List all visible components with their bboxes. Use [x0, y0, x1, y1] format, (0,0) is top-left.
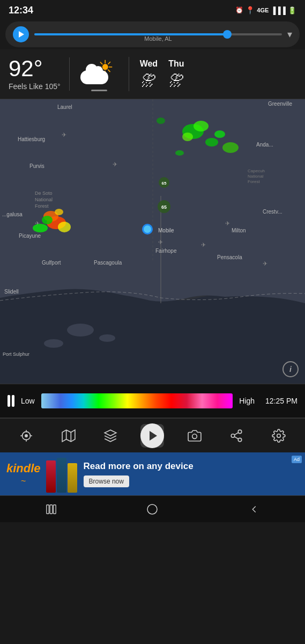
- svg-text:National: National: [35, 197, 53, 202]
- svg-text:Gulfport: Gulfport: [42, 260, 61, 266]
- location-button[interactable]: [14, 424, 38, 448]
- ad-banner[interactable]: kindle ~ Read more on any device Browse …: [0, 452, 305, 495]
- svg-point-51: [144, 225, 151, 233]
- svg-point-75: [147, 504, 157, 514]
- signal-icon: ▐▐▐: [271, 6, 286, 14]
- book-1: [46, 460, 56, 493]
- svg-text:Purvis: Purvis: [29, 163, 44, 169]
- radar-pause-button[interactable]: [8, 395, 14, 407]
- svg-point-28: [222, 142, 239, 153]
- share-button[interactable]: [225, 424, 248, 448]
- camera-button[interactable]: [183, 424, 206, 448]
- svg-point-68: [239, 438, 242, 442]
- svg-rect-73: [50, 504, 53, 514]
- forecast-thu[interactable]: Thu ⛈: [168, 59, 184, 90]
- svg-point-67: [232, 434, 235, 437]
- svg-text:Forest: Forest: [248, 179, 260, 184]
- svg-text:✈: ✈: [113, 161, 117, 167]
- svg-text:Laurel: Laurel: [57, 104, 72, 110]
- map-button[interactable]: [57, 424, 80, 448]
- ad-book-images: [46, 455, 78, 493]
- svg-point-65: [192, 434, 197, 438]
- svg-line-70: [235, 433, 239, 435]
- svg-text:Pensacola: Pensacola: [217, 254, 242, 260]
- settings-button[interactable]: [267, 424, 291, 448]
- location-icon: 📍: [246, 6, 255, 14]
- weather-widget: 92° Feels Like 105° ☀ Wed ⛈ Thu ⛈: [0, 49, 305, 99]
- svg-point-20: [42, 216, 53, 224]
- status-icons: ⏰ 📍 4GE ▐▐▐ 🔋: [235, 6, 296, 14]
- svg-text:Milton: Milton: [232, 228, 246, 233]
- layers-button[interactable]: [99, 424, 122, 448]
- svg-text:Fairhope: Fairhope: [155, 248, 177, 254]
- svg-text:✈: ✈: [263, 260, 267, 267]
- svg-text:National: National: [248, 174, 264, 179]
- svg-text:Slidell: Slidell: [4, 289, 19, 295]
- svg-point-9: [99, 334, 115, 342]
- forecast-wed[interactable]: Wed ⛈: [140, 59, 158, 90]
- media-progress-slider[interactable]: Mobile, AL: [34, 29, 282, 40]
- svg-point-7: [67, 324, 94, 336]
- svg-line-69: [235, 436, 239, 438]
- camera-icon: [188, 429, 202, 443]
- svg-point-29: [157, 118, 165, 124]
- svg-text:Picayune: Picayune: [19, 233, 41, 239]
- status-time: 12:34: [9, 5, 33, 16]
- crosshair-icon: [19, 429, 33, 443]
- radar-map[interactable]: 65 65 ✈ ✈ ✈ ✈ ✈ ✈ ✈ Laurel: [0, 99, 305, 384]
- svg-text:Forest: Forest: [35, 203, 49, 209]
- svg-text:Port Sulphur: Port Sulphur: [3, 352, 29, 357]
- radar-time-label: 12:25 PM: [265, 397, 297, 405]
- android-recent-button[interactable]: [35, 499, 67, 520]
- play-button[interactable]: [140, 424, 164, 448]
- cloud-icon: [80, 70, 108, 84]
- weather-forecast: Wed ⛈ Thu ⛈: [129, 59, 296, 90]
- media-play-button[interactable]: [13, 26, 29, 42]
- svg-text:65: 65: [162, 181, 167, 186]
- svg-text:Pascagoula: Pascagoula: [94, 260, 122, 266]
- network-icon: 4GE: [257, 7, 269, 13]
- svg-marker-61: [62, 430, 75, 442]
- media-player: Mobile, AL ▾: [5, 21, 300, 47]
- media-dropdown-button[interactable]: ▾: [287, 28, 292, 40]
- recent-apps-icon: [45, 503, 57, 515]
- forecast-wed-label: Wed: [140, 59, 158, 69]
- svg-point-30: [175, 150, 184, 156]
- alarm-icon: ⏰: [235, 6, 243, 14]
- svg-text:✈: ✈: [225, 220, 230, 226]
- svg-point-71: [277, 434, 280, 437]
- svg-text:✈: ✈: [62, 131, 66, 138]
- android-back-button[interactable]: [238, 499, 270, 520]
- svg-rect-74: [53, 504, 56, 514]
- kindle-logo: kindle ~: [6, 462, 41, 486]
- svg-text:Capecuh: Capecuh: [248, 169, 265, 173]
- radar-legend-bar: Low High 12:25 PM: [0, 384, 305, 418]
- pause-bar-2: [12, 395, 14, 407]
- svg-point-21: [33, 224, 48, 232]
- svg-marker-64: [105, 430, 116, 436]
- status-bar: 12:34 ⏰ 📍 4GE ▐▐▐ 🔋: [0, 0, 305, 19]
- svg-text:Anda...: Anda...: [256, 142, 273, 148]
- amazon-smile-icon: ~: [21, 477, 26, 486]
- play-circle: [140, 423, 164, 448]
- kindle-brand-text: kindle: [6, 462, 41, 475]
- info-button[interactable]: i: [282, 361, 299, 377]
- map-icon: [62, 429, 76, 443]
- svg-text:✈: ✈: [201, 241, 206, 248]
- svg-point-25: [182, 133, 193, 141]
- forecast-wed-icon: ⛈: [141, 72, 156, 90]
- play-arrow-icon: [150, 431, 157, 441]
- svg-point-27: [214, 130, 225, 138]
- svg-text:65: 65: [161, 204, 167, 210]
- android-home-button[interactable]: [136, 499, 168, 520]
- weather-page-indicator: [91, 90, 107, 91]
- share-icon: [229, 429, 243, 443]
- svg-point-19: [58, 222, 71, 232]
- svg-text:✈: ✈: [158, 239, 163, 245]
- weather-current: 92° Feels Like 105°: [9, 57, 70, 91]
- ad-indicator-badge: Ad: [292, 456, 302, 463]
- settings-icon: [272, 429, 286, 443]
- browse-now-button[interactable]: Browse now: [84, 475, 129, 487]
- weather-condition-icon: ☀: [80, 57, 118, 86]
- svg-text:De Soto: De Soto: [35, 191, 53, 196]
